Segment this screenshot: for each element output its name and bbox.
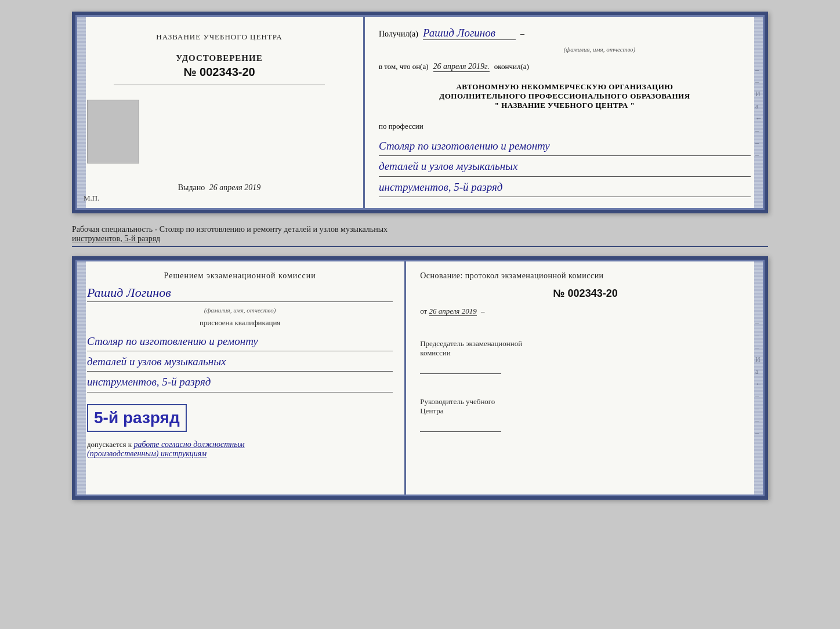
right-texture-top (754, 15, 765, 210)
recipient-name-top: Рашид Логинов (423, 27, 516, 40)
instruktsii-label: (производственным) инструкциям (87, 449, 207, 458)
razryad-box: 5-й разряд (87, 404, 187, 432)
vydano-line: Выдано 26 апреля 2019 (178, 183, 261, 198)
vtom-date: 26 апреля 2019г. (433, 62, 490, 72)
bottom-cert-left: Решением экзаменационной комиссии Рашид … (75, 260, 406, 496)
prisvoen-label: присвоена квалификация (87, 318, 393, 328)
ot-label: от (420, 307, 427, 315)
prof-line3-bottom: инструментов, 5-й разряд (87, 373, 393, 392)
mp-label: М.П. (84, 194, 99, 203)
profession-block-top: Столяр по изготовлению и ремонту деталей… (379, 137, 751, 198)
vydano-label: Выдано (178, 183, 205, 192)
document-container: НАЗВАНИЕ УЧЕБНОГО ЦЕНТРА УДОСТОВЕРЕНИЕ №… (72, 12, 768, 500)
protocol-number: № 002343-20 (420, 288, 751, 300)
left-texture-bottom (75, 260, 86, 496)
dopuskaetsya-work: работе согласно должностным (133, 440, 244, 449)
prof-line1-top: Столяр по изготовлению и ремонту (379, 137, 751, 156)
fio-sublabel-top: (фамилия, имя, отчество) (448, 46, 751, 53)
rukovodit-label: Руководитель учебного Центра (420, 397, 751, 416)
predsedatel-label: Председатель экзаменационной комиссии (420, 339, 751, 358)
po-prof-label: по профессии (379, 122, 751, 131)
poluchil-label: Получил(a) (379, 30, 418, 39)
fio-sublabel-bottom: (фамилия, имя, отчество) (87, 307, 393, 314)
udostoverenie-title: УДОСТОВЕРЕНИЕ (176, 53, 263, 63)
vydano-date: 26 апреля 2019 (209, 183, 260, 192)
ot-date: от 26 апреля 2019 – (420, 307, 751, 316)
org-line1: АВТОНОМНУЮ НЕКОММЕРЧЕСКУЮ ОРГАНИЗАЦИЮ (379, 82, 751, 92)
decision-title: Решением экзаменационной комиссии (87, 271, 393, 281)
info-text: Рабочая специальность - Столяр по изгото… (72, 223, 768, 247)
prof-line1-bottom: Столяр по изготовлению и ремонту (87, 332, 393, 351)
predsedatel-signature-line (420, 362, 501, 374)
prof-line2-bottom: деталей и узлов музыкальных (87, 352, 393, 372)
info-main: Рабочая специальность - Столяр по изгото… (72, 225, 388, 234)
dopuskaetsya-text: допускается к работе согласно должностны… (87, 440, 393, 459)
prof-line2-top: деталей и узлов музыкальных (379, 157, 751, 176)
info-underline: инструментов, 5-й разряд (72, 234, 160, 243)
prof-line3-top: инструментов, 5-й разряд (379, 178, 751, 197)
org-line3: " НАЗВАНИЕ УЧЕБНОГО ЦЕНТРА " (379, 101, 751, 110)
top-certificate: НАЗВАНИЕ УЧЕБНОГО ЦЕНТРА УДОСТОВЕРЕНИЕ №… (72, 12, 768, 213)
recipient-name-bottom: Рашид Логинов (87, 285, 393, 302)
dopuskaetsya-label: допускается к (87, 440, 132, 449)
bottom-certificate: Решением экзаменационной комиссии Рашид … (72, 256, 768, 500)
top-cert-left: НАЗВАНИЕ УЧЕБНОГО ЦЕНТРА УДОСТОВЕРЕНИЕ №… (75, 15, 365, 210)
top-center-title: НАЗВАНИЕ УЧЕБНОГО ЦЕНТРА (156, 32, 282, 42)
vtom-label: в том, что он(а) (379, 62, 429, 71)
rukovodit-signature-line (420, 420, 501, 432)
udostoverenie-number: № 002343-20 (176, 66, 263, 79)
bottom-cert-right: Основание: протокол экзаменационной коми… (406, 260, 765, 496)
udostoverenie-block: УДОСТОВЕРЕНИЕ № 002343-20 (176, 53, 263, 79)
osnov-label: Основание: протокол экзаменационной коми… (420, 271, 751, 281)
org-line2: ДОПОЛНИТЕЛЬНОГО ПРОФЕССИОНАЛЬНОГО ОБРАЗО… (379, 92, 751, 101)
profession-block-bottom: Столяр по изготовлению и ремонту деталей… (87, 332, 393, 394)
razryad-text: 5-й разряд (94, 409, 180, 427)
right-texture-bottom (754, 260, 765, 496)
photo-placeholder (87, 100, 139, 163)
ot-date-value: 26 апреля 2019 (429, 307, 477, 316)
okonchil-label: окончил(а) (494, 62, 529, 71)
top-cert-right: Получил(a) Рашид Логинов – (фамилия, имя… (365, 15, 765, 210)
